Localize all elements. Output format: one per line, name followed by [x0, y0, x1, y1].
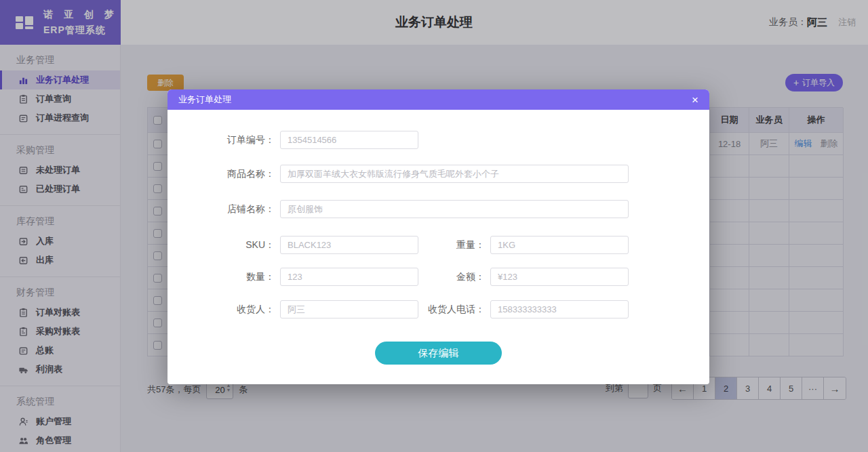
order-no-label: 订单编号：: [193, 134, 275, 146]
sku-label: SKU：: [193, 239, 275, 251]
shop-name-input[interactable]: [280, 200, 629, 218]
product-name-input[interactable]: [280, 165, 629, 183]
sku-input[interactable]: [280, 236, 418, 254]
amount-input[interactable]: [490, 268, 629, 286]
amount-label: 金额：: [403, 271, 485, 283]
save-edit-button[interactable]: 保存编辑: [375, 342, 502, 365]
consignee-phone-label: 收货人电话：: [403, 304, 485, 316]
consignee-label: 收货人：: [193, 304, 275, 316]
order-edit-modal: 业务订单处理 × 订单编号： 商品名称： 店铺名称： SKU： 重量： 数量： …: [167, 89, 709, 384]
weight-input[interactable]: [490, 236, 629, 254]
consignee-phone-input[interactable]: [490, 300, 629, 319]
order-no-input[interactable]: [280, 131, 418, 149]
modal-title: 业务订单处理: [178, 94, 692, 106]
consignee-input[interactable]: [280, 300, 418, 319]
modal-header: 业务订单处理 ×: [167, 89, 709, 110]
weight-label: 重量：: [403, 239, 485, 251]
quantity-input[interactable]: [280, 268, 418, 286]
close-icon[interactable]: ×: [692, 94, 698, 106]
quantity-label: 数量：: [193, 271, 275, 283]
product-name-label: 商品名称：: [193, 168, 275, 180]
shop-name-label: 店铺名称：: [193, 203, 275, 215]
